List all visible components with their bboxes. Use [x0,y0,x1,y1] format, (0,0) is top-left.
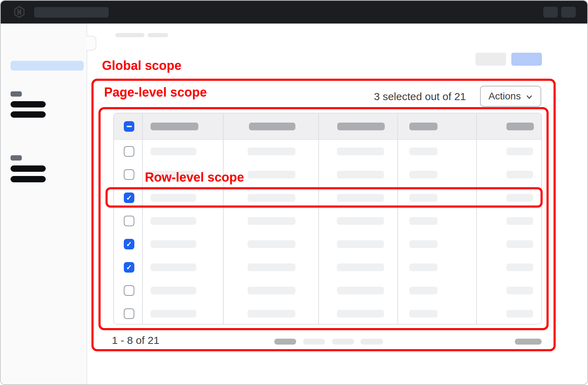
table-row [114,186,541,209]
table-row [114,209,541,233]
sidebar-item-3[interactable] [11,165,46,172]
cell-skeleton [409,240,437,248]
cell-skeleton [248,263,295,271]
column-header-skeleton [409,123,437,130]
table-row [114,233,541,256]
row-checkbox[interactable] [124,239,134,249]
pagination-range-label: 1 - 8 of 21 [112,334,159,346]
selection-summary: 3 selected out of 21 [374,91,466,103]
column-header-skeleton [337,123,385,130]
cell-skeleton [151,148,196,155]
data-table [113,113,542,325]
cell-skeleton [506,310,533,318]
cell-skeleton [506,194,533,202]
cell-skeleton [506,148,533,155]
sidebar-item-1[interactable] [11,101,46,107]
row-checkbox[interactable] [124,216,134,226]
row-checkbox[interactable] [124,146,134,157]
sidebar-toggle-flap[interactable] [87,36,96,51]
annotation-row-scope: Row-level scope [145,170,244,185]
cell-skeleton [248,217,295,225]
column-divider [142,113,143,324]
column-header-skeleton [249,123,295,130]
cell-skeleton [506,240,533,248]
cell-skeleton [248,171,295,178]
cell-skeleton [337,194,384,202]
actions-dropdown-button[interactable]: Actions [480,86,541,107]
table-row [114,140,541,163]
chevron-down-icon [526,93,533,100]
cell-skeleton [151,287,196,294]
row-checkbox[interactable] [124,192,134,203]
select-all-checkbox[interactable] [124,121,134,132]
sidebar-section-label-1 [11,91,22,97]
sidebar-item-4[interactable] [11,176,46,182]
sidebar [1,24,87,385]
pagination-prev-control[interactable] [274,339,296,345]
breadcrumb-segment-1 [115,33,145,37]
app-frame: Global scope Page-level scope Row-level … [0,0,588,385]
column-divider [223,113,224,324]
breadcrumb-segment-2 [148,33,168,37]
cell-skeleton [248,310,295,318]
cell-skeleton [248,240,295,248]
sidebar-item-2[interactable] [11,111,46,118]
sidebar-section-label-2 [11,155,22,161]
cell-skeleton [506,263,533,271]
column-divider [476,113,477,324]
search-input[interactable] [34,7,109,18]
cell-skeleton [337,263,384,271]
table-row [114,302,541,325]
nav-action-button-1[interactable] [543,7,558,18]
column-divider [318,113,319,324]
cell-skeleton [409,171,437,178]
cell-skeleton [409,263,437,271]
cell-skeleton [337,310,384,318]
pagination-next-control[interactable] [515,339,542,345]
cell-skeleton [337,240,384,248]
annotation-global-scope: Global scope [102,58,181,73]
cell-skeleton [337,148,384,155]
cell-skeleton [337,171,384,178]
cell-skeleton [409,310,437,318]
column-divider [397,113,398,324]
cell-skeleton [151,310,196,318]
row-checkbox[interactable] [124,262,134,273]
cell-skeleton [151,240,196,248]
cell-skeleton [248,148,295,155]
primary-button[interactable] [511,53,542,66]
row-checkbox[interactable] [124,308,134,319]
table-row [114,279,541,302]
cell-skeleton [409,194,437,202]
pagination-page-control[interactable] [360,339,383,345]
cell-skeleton [506,171,533,178]
cell-skeleton [248,194,295,202]
top-navbar [1,1,587,24]
nav-action-button-2[interactable] [561,7,576,18]
sidebar-active-item[interactable] [11,61,84,71]
column-header-skeleton [506,123,534,130]
cell-skeleton [248,287,295,294]
cell-skeleton [151,263,196,271]
cell-skeleton [151,194,196,202]
cell-skeleton [337,217,384,225]
pagination-page-control[interactable] [303,339,325,345]
cell-skeleton [409,148,437,155]
column-header-skeleton [151,123,198,130]
cell-skeleton [506,217,533,225]
secondary-button[interactable] [475,53,506,66]
cell-skeleton [151,217,196,225]
annotation-page-scope: Page-level scope [104,85,207,100]
table-row [114,256,541,279]
table-body [114,140,541,325]
pagination-page-control[interactable] [332,339,354,345]
cell-skeleton [506,287,533,294]
row-checkbox[interactable] [124,285,134,296]
cell-skeleton [409,217,437,225]
table-header-row [114,113,541,140]
hashicorp-logo-icon[interactable] [13,6,25,18]
actions-dropdown-label: Actions [488,91,521,102]
cell-skeleton [409,287,437,294]
cell-skeleton [337,287,384,294]
row-checkbox[interactable] [124,169,134,180]
